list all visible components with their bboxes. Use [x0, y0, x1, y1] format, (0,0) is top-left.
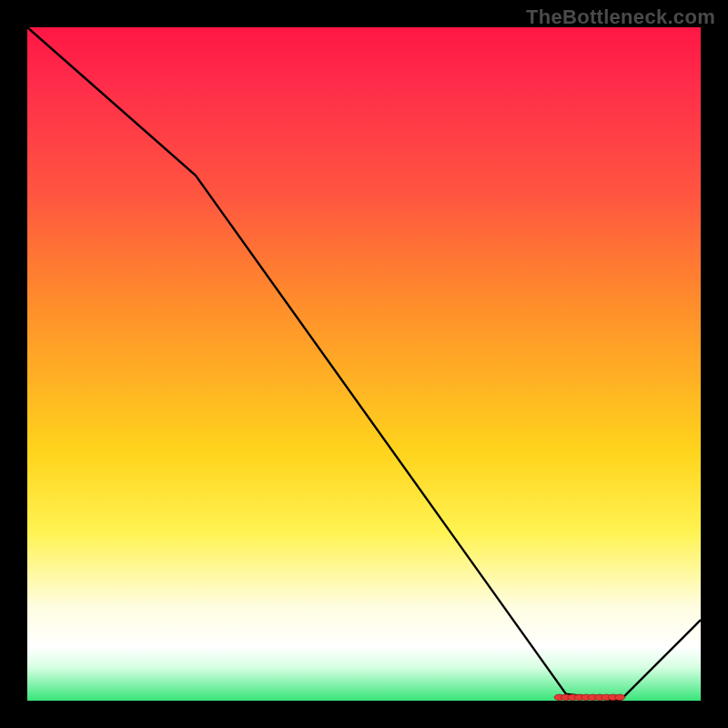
watermark-text: TheBottleneck.com: [526, 5, 715, 29]
marker-point: [615, 694, 625, 700]
plot-area: [27, 27, 701, 701]
chart-frame: TheBottleneck.com: [0, 0, 728, 728]
chart-line: [27, 27, 701, 701]
marker-group: [554, 694, 625, 700]
chart-overlay: [27, 27, 701, 701]
